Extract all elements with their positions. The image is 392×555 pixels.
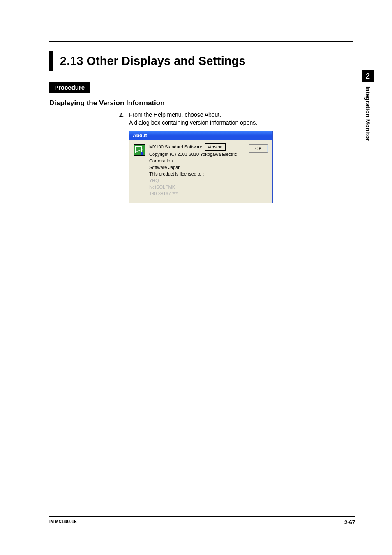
footer-doc-id: IM MX180-01E [49,519,77,525]
about-dialog: About MX100 Standard Software Version Co… [129,131,273,204]
version-box: Version [205,143,226,151]
ok-button[interactable]: OK [249,144,268,153]
title-top-rule [49,41,353,42]
licensee-line-1: YHQ [149,178,244,184]
dialog-info: MX100 Standard Software Version Copyrigh… [149,143,244,197]
procedure-label: Procedure [49,82,90,92]
app-icon [134,144,145,156]
footer-rule [49,516,355,517]
step-description: A dialog box containing version informat… [129,119,355,126]
page-title: 2.13 Other Displays and Settings [60,51,245,71]
product-name: MX100 Standard Software [149,144,202,150]
licensee-line-3: 180-88167-*** [149,191,244,197]
chapter-label: Integration Monitor [364,86,371,141]
copyright-line: Copyright (C) 2003-2010 Yokogawa Electri… [149,151,244,164]
side-tab: 2 Integration Monitor [362,70,374,141]
step-number: 1. [119,111,129,118]
page-title-row: 2.13 Other Displays and Settings [49,51,355,71]
title-vertical-bar [49,51,53,71]
chapter-number-badge: 2 [362,70,374,82]
licensed-label: This product is licensed to : [149,171,244,178]
dialog-titlebar: About [129,131,272,140]
footer-page-number: 2-67 [344,519,355,525]
step-text: From the Help menu, choose About. [129,111,221,118]
software-label: Software Japan [149,164,244,171]
licensee-line-2: NetSOLPMK [149,184,244,191]
section-subheading: Displaying the Version Information [49,99,355,107]
page-footer: IM MX180-01E 2-67 [49,516,355,525]
step-row: 1. From the Help menu, choose About. [119,111,355,118]
